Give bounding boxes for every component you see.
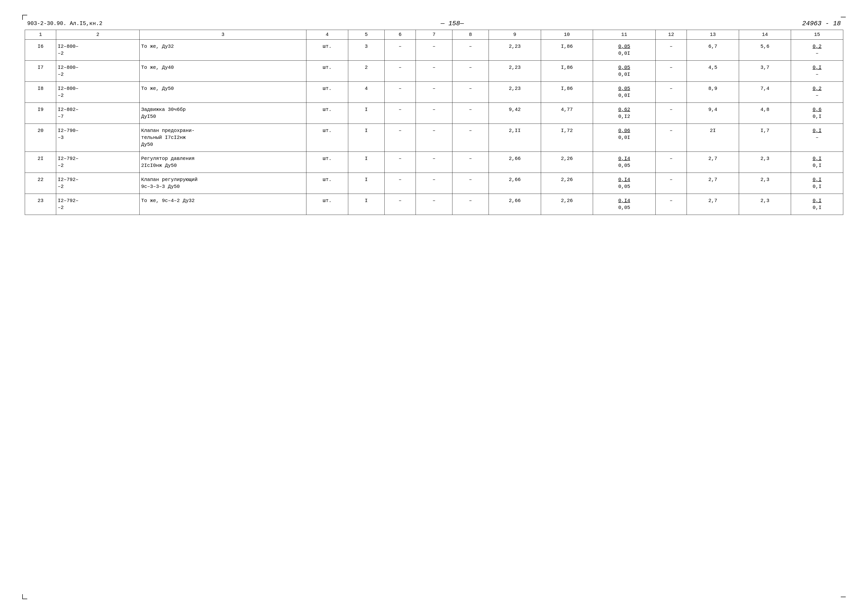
cell-col8: –: [452, 152, 488, 173]
cell-col14: 2,3: [739, 152, 791, 173]
col-header-8: 8: [452, 30, 488, 40]
cell-col6: –: [384, 152, 415, 173]
cell-col9: 2,66: [489, 173, 541, 194]
cell-row-num: 23: [25, 194, 56, 215]
cell-unit: шт.: [307, 124, 348, 152]
col-header-15: 15: [791, 30, 843, 40]
cell-col12: –: [656, 194, 687, 215]
cell-code: I2–800– –2: [56, 82, 140, 103]
cell-row-num: I8: [25, 82, 56, 103]
col-header-11: 11: [593, 30, 656, 40]
cell-col15: 0,I0,I: [791, 152, 843, 173]
right-number: 24963 - 18: [802, 20, 841, 27]
cell-col14: 2,3: [739, 194, 791, 215]
cell-col10: I,86: [541, 60, 593, 82]
cell-unit: шт.: [307, 60, 348, 82]
cell-col11: 0,I40,05: [593, 194, 656, 215]
cell-qty: 4: [348, 82, 384, 103]
bottom-right-dash: [841, 597, 846, 597]
cell-code: I2–792– –2: [56, 152, 140, 173]
table-row: I7I2–800– –2То же, Ду40шт.2–––2,23I,860,…: [25, 60, 843, 82]
table-row: 20I2–790– –3Клапан предохрани- тельный I…: [25, 124, 843, 152]
table-row: 2II2–792– –2Регулятор давления 2IсI0нж Д…: [25, 152, 843, 173]
cell-col12: –: [656, 152, 687, 173]
table-header-row: 1 2 3 4 5 6 7 8 9 10 11 12 13 14 15: [25, 30, 843, 40]
col-header-2: 2: [56, 30, 140, 40]
cell-col8: –: [452, 103, 488, 124]
cell-col11: 0,060,0I: [593, 124, 656, 152]
cell-col9: 9,42: [489, 103, 541, 124]
cell-qty: I: [348, 152, 384, 173]
cell-col13: 8,9: [687, 82, 739, 103]
cell-unit: шт.: [307, 173, 348, 194]
cell-col14: 7,4: [739, 82, 791, 103]
table-row: 22I2–792– –2Клапан регулирующий 9с–3–3–3…: [25, 173, 843, 194]
cell-col7: –: [416, 103, 452, 124]
cell-col14: 2,3: [739, 173, 791, 194]
cell-col8: –: [452, 60, 488, 82]
cell-row-num: I6: [25, 40, 56, 60]
table-row: 23I2–792– –2То же, 9с–4–2 Ду32шт.I–––2,6…: [25, 194, 843, 215]
cell-col9: 2,II: [489, 124, 541, 152]
cell-col7: –: [416, 152, 452, 173]
page-container: 903-2-30.90. Ал.I5,кн.2 — 158— 24963 - 1…: [0, 0, 868, 614]
cell-unit: шт.: [307, 194, 348, 215]
cell-col15: 0,I–: [791, 124, 843, 152]
cell-col14: 5,6: [739, 40, 791, 60]
cell-col15: 0,60,I: [791, 103, 843, 124]
page-number: — 158—: [441, 20, 464, 27]
cell-col9: 2,23: [489, 82, 541, 103]
cell-description: Клапан регулирующий 9с–3–3–3 Ду50: [140, 173, 307, 194]
table-row: I6I2–800– –2То же, Ду32шт.3–––2,23I,860,…: [25, 40, 843, 60]
cell-col8: –: [452, 40, 488, 60]
main-table: 1 2 3 4 5 6 7 8 9 10 11 12 13 14 15 I6I2…: [25, 30, 843, 215]
cell-col6: –: [384, 173, 415, 194]
col-header-1: 1: [25, 30, 56, 40]
cell-col14: I,7: [739, 124, 791, 152]
col-header-5: 5: [348, 30, 384, 40]
cell-description: То же, Ду32: [140, 40, 307, 60]
cell-col10: 2,26: [541, 173, 593, 194]
cell-col7: –: [416, 82, 452, 103]
cell-col8: –: [452, 124, 488, 152]
cell-col9: 2,66: [489, 152, 541, 173]
cell-code: I2–792– –2: [56, 173, 140, 194]
cell-row-num: 20: [25, 124, 56, 152]
bottom-left-corner: [22, 594, 27, 599]
cell-col6: –: [384, 124, 415, 152]
cell-col11: 0,050,0I: [593, 60, 656, 82]
cell-col13: 9,4: [687, 103, 739, 124]
cell-col12: –: [656, 60, 687, 82]
cell-col9: 2,23: [489, 40, 541, 60]
col-header-3: 3: [140, 30, 307, 40]
cell-col13: 2I: [687, 124, 739, 152]
cell-col10: I,86: [541, 40, 593, 60]
cell-row-num: 2I: [25, 152, 56, 173]
cell-col6: –: [384, 82, 415, 103]
cell-col12: –: [656, 173, 687, 194]
cell-col12: –: [656, 82, 687, 103]
cell-col12: –: [656, 124, 687, 152]
cell-col8: –: [452, 194, 488, 215]
cell-row-num: I7: [25, 60, 56, 82]
col-header-13: 13: [687, 30, 739, 40]
cell-col8: –: [452, 173, 488, 194]
table-row: I9I2–802– –7Задвижка 30ч6бр ДуI50шт.I–––…: [25, 103, 843, 124]
cell-col7: –: [416, 40, 452, 60]
doc-number: 903-2-30.90. Ал.I5,кн.2: [27, 20, 102, 27]
top-left-corner: [22, 15, 27, 20]
cell-col15: 0,I0,I: [791, 173, 843, 194]
cell-col9: 2,23: [489, 60, 541, 82]
col-header-14: 14: [739, 30, 791, 40]
cell-unit: шт.: [307, 40, 348, 60]
cell-col11: 0,050,0I: [593, 40, 656, 60]
cell-col6: –: [384, 103, 415, 124]
col-header-9: 9: [489, 30, 541, 40]
top-right-dash: [841, 17, 846, 17]
cell-col6: –: [384, 194, 415, 215]
cell-qty: 3: [348, 40, 384, 60]
cell-col15: 0,2–: [791, 82, 843, 103]
cell-col13: 6,7: [687, 40, 739, 60]
cell-col14: 4,8: [739, 103, 791, 124]
cell-col13: 4,5: [687, 60, 739, 82]
